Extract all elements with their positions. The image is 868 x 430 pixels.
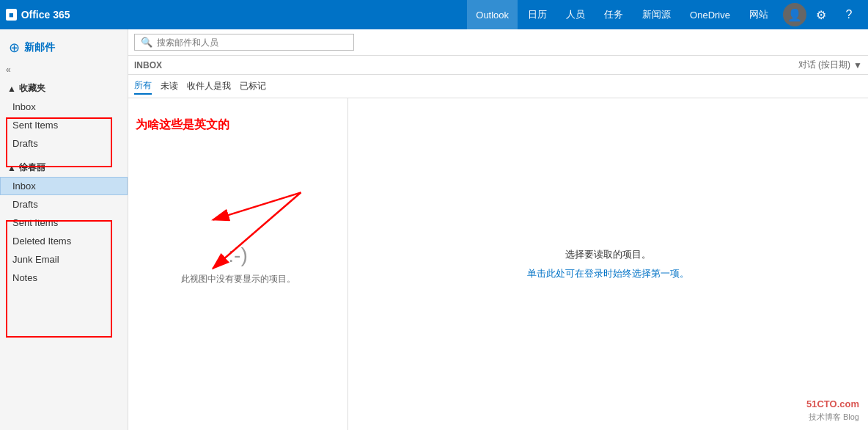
favorites-arrow-icon: ▲ (7, 84, 16, 94)
sidebar-item-drafts-fav[interactable]: Drafts (0, 134, 128, 153)
subfilter-flagged[interactable]: 已标记 (240, 79, 266, 94)
main-layout: ⊕ 新邮件 « ▲ 收藏夹 Inbox Sent Items Drafts ▲ … (0, 29, 868, 430)
user-arrow-icon: ▲ (7, 163, 16, 173)
filter-bar: INBOX 对话 (按日期) ▼ (128, 56, 868, 75)
logo: ■ Office 365 (6, 9, 70, 21)
email-list-pane: :-) 此视图中没有要显示的项目。 (128, 98, 348, 430)
sidebar-favorites-header[interactable]: ▲ 收藏夹 (0, 79, 128, 98)
logo-icon: ■ (6, 9, 17, 21)
sidebar-item-sentitems-user[interactable]: Sent Items (0, 214, 128, 232)
topbar-right: 👤 ⚙ ? (783, 0, 862, 29)
plus-icon: ⊕ (9, 40, 20, 56)
nav-site[interactable]: 网站 (740, 0, 777, 29)
sidebar: ⊕ 新邮件 « ▲ 收藏夹 Inbox Sent Items Drafts ▲ … (0, 29, 128, 430)
help-icon[interactable]: ? (836, 0, 862, 29)
search-input[interactable] (157, 37, 347, 48)
reading-pane: 选择要读取的项目。 单击此处可在登录时始终选择第一项。 (348, 98, 868, 430)
empty-message: 此视图中没有要显示的项目。 (181, 273, 295, 285)
avatar[interactable]: 👤 (783, 3, 806, 26)
new-mail-label: 新邮件 (24, 41, 55, 54)
watermark-suffix: Blog (843, 412, 859, 421)
inbox-label: INBOX (134, 60, 162, 70)
user-section-label: 徐春丽 (19, 161, 45, 174)
nav-people[interactable]: 人员 (557, 0, 594, 29)
sort-arrow-icon: ▼ (853, 60, 862, 70)
sidebar-item-inbox-user[interactable]: Inbox (0, 177, 128, 195)
watermark-label: 技术博客 (809, 412, 841, 421)
new-mail-button[interactable]: ⊕ 新邮件 (0, 35, 128, 60)
reading-pane-message: 选择要读取的项目。 (565, 248, 651, 261)
sidebar-item-sentitems-fav[interactable]: Sent Items (0, 116, 128, 134)
content-main: :-) 此视图中没有要显示的项目。 选择要读取的项目。 单击此处可在登录时始终选… (128, 98, 868, 430)
nav-outlook[interactable]: Outlook (467, 0, 518, 29)
toolbar: 🔍 (128, 29, 868, 56)
settings-icon[interactable]: ⚙ (808, 0, 834, 29)
collapse-button[interactable]: « (0, 63, 128, 76)
sidebar-item-inbox-fav[interactable]: Inbox (0, 98, 128, 116)
email-list-empty: :-) 此视图中没有要显示的项目。 (128, 98, 347, 430)
topbar-nav: Outlook 日历 人员 任务 新闻源 OneDrive 网站 (85, 0, 777, 29)
sidebar-item-notes-user[interactable]: Notes (0, 269, 128, 287)
logo-text: Office 365 (21, 9, 70, 21)
watermark-site: 51CTO.com (806, 398, 859, 409)
nav-tasks[interactable]: 任务 (595, 0, 632, 29)
subfilter-unread[interactable]: 未读 (161, 79, 178, 94)
sidebar-user-header[interactable]: ▲ 徐春丽 (0, 158, 128, 177)
subfilter-all[interactable]: 所有 (134, 78, 152, 95)
watermark: 51CTO.com 技术博客 Blog (806, 398, 859, 423)
reading-pane-link[interactable]: 单击此处可在登录时始终选择第一项。 (527, 267, 689, 280)
search-box[interactable]: 🔍 (134, 34, 354, 51)
sort-button[interactable]: 对话 (按日期) ▼ (798, 59, 862, 71)
topbar: ■ Office 365 Outlook 日历 人员 任务 新闻源 OneDri… (0, 0, 868, 29)
search-icon: 🔍 (141, 37, 152, 48)
nav-calendar[interactable]: 日历 (519, 0, 556, 29)
sidebar-item-junkemail-user[interactable]: Junk Email (0, 250, 128, 269)
content-area: 🔍 INBOX 对话 (按日期) ▼ 所有 未读 收件人是我 已标记 :-) (128, 29, 868, 430)
subfilter-bar: 所有 未读 收件人是我 已标记 (128, 75, 868, 98)
sidebar-item-deleteditems-user[interactable]: Deleted Items (0, 232, 128, 250)
sort-label: 对话 (按日期) (798, 59, 850, 71)
nav-news[interactable]: 新闻源 (633, 0, 680, 29)
subfilter-tome[interactable]: 收件人是我 (187, 79, 231, 94)
sidebar-item-drafts-user[interactable]: Drafts (0, 195, 128, 214)
empty-icon: :-) (228, 244, 247, 267)
favorites-label: 收藏夹 (19, 82, 45, 95)
nav-onedrive[interactable]: OneDrive (681, 0, 739, 29)
